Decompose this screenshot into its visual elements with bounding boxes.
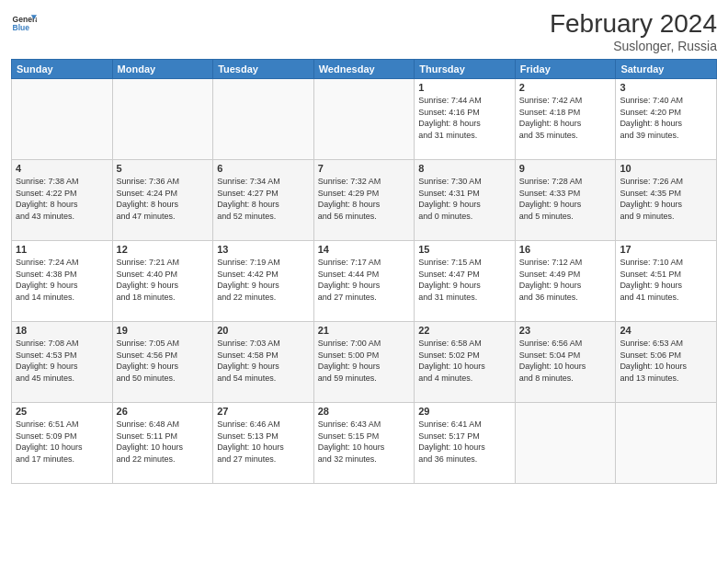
day-number: 17 bbox=[620, 244, 712, 255]
day-number: 10 bbox=[620, 163, 712, 174]
day-info: Sunrise: 7:10 AM Sunset: 4:51 PM Dayligh… bbox=[620, 257, 712, 303]
calendar-week-row: 4Sunrise: 7:38 AM Sunset: 4:22 PM Daylig… bbox=[12, 160, 717, 241]
day-number: 3 bbox=[620, 82, 712, 93]
calendar-cell bbox=[12, 79, 113, 160]
calendar-cell bbox=[112, 79, 213, 160]
day-info: Sunrise: 7:05 AM Sunset: 4:56 PM Dayligh… bbox=[117, 338, 210, 384]
calendar-cell: 17Sunrise: 7:10 AM Sunset: 4:51 PM Dayli… bbox=[616, 241, 717, 322]
calendar-cell: 20Sunrise: 7:03 AM Sunset: 4:58 PM Dayli… bbox=[213, 322, 314, 403]
day-number: 25 bbox=[16, 406, 108, 417]
day-info: Sunrise: 7:38 AM Sunset: 4:22 PM Dayligh… bbox=[16, 176, 108, 222]
day-info: Sunrise: 7:34 AM Sunset: 4:27 PM Dayligh… bbox=[217, 176, 310, 222]
day-info: Sunrise: 6:43 AM Sunset: 5:15 PM Dayligh… bbox=[318, 419, 411, 465]
calendar-cell: 22Sunrise: 6:58 AM Sunset: 5:02 PM Dayli… bbox=[415, 322, 516, 403]
calendar-cell: 6Sunrise: 7:34 AM Sunset: 4:27 PM Daylig… bbox=[213, 160, 314, 241]
day-info: Sunrise: 7:44 AM Sunset: 4:16 PM Dayligh… bbox=[418, 95, 511, 141]
calendar-cell: 25Sunrise: 6:51 AM Sunset: 5:09 PM Dayli… bbox=[12, 403, 113, 484]
day-number: 20 bbox=[217, 325, 310, 336]
calendar-week-row: 11Sunrise: 7:24 AM Sunset: 4:38 PM Dayli… bbox=[12, 241, 717, 322]
day-info: Sunrise: 6:51 AM Sunset: 5:09 PM Dayligh… bbox=[16, 419, 108, 465]
day-number: 6 bbox=[217, 163, 310, 174]
day-info: Sunrise: 7:03 AM Sunset: 4:58 PM Dayligh… bbox=[217, 338, 310, 384]
calendar-cell: 15Sunrise: 7:15 AM Sunset: 4:47 PM Dayli… bbox=[415, 241, 516, 322]
day-header-saturday: Saturday bbox=[616, 60, 717, 79]
day-info: Sunrise: 6:46 AM Sunset: 5:13 PM Dayligh… bbox=[217, 419, 310, 465]
title-block: February 2024 Suslonger, Russia bbox=[550, 9, 717, 53]
day-info: Sunrise: 7:00 AM Sunset: 5:00 PM Dayligh… bbox=[318, 338, 411, 384]
month-title: February 2024 bbox=[550, 9, 717, 39]
calendar-cell: 2Sunrise: 7:42 AM Sunset: 4:18 PM Daylig… bbox=[515, 79, 616, 160]
day-number: 19 bbox=[117, 325, 210, 336]
day-header-wednesday: Wednesday bbox=[313, 60, 415, 79]
day-info: Sunrise: 6:53 AM Sunset: 5:06 PM Dayligh… bbox=[620, 338, 712, 384]
calendar-cell: 5Sunrise: 7:36 AM Sunset: 4:24 PM Daylig… bbox=[112, 160, 213, 241]
day-info: Sunrise: 6:56 AM Sunset: 5:04 PM Dayligh… bbox=[519, 338, 612, 384]
calendar-week-row: 25Sunrise: 6:51 AM Sunset: 5:09 PM Dayli… bbox=[12, 403, 717, 484]
day-number: 24 bbox=[620, 325, 712, 336]
day-info: Sunrise: 6:58 AM Sunset: 5:02 PM Dayligh… bbox=[418, 338, 511, 384]
day-info: Sunrise: 6:41 AM Sunset: 5:17 PM Dayligh… bbox=[418, 419, 511, 465]
day-info: Sunrise: 7:21 AM Sunset: 4:40 PM Dayligh… bbox=[117, 257, 210, 303]
calendar-cell: 1Sunrise: 7:44 AM Sunset: 4:16 PM Daylig… bbox=[415, 79, 516, 160]
calendar-cell: 23Sunrise: 6:56 AM Sunset: 5:04 PM Dayli… bbox=[515, 322, 616, 403]
day-info: Sunrise: 7:15 AM Sunset: 4:47 PM Dayligh… bbox=[418, 257, 511, 303]
calendar-cell: 27Sunrise: 6:46 AM Sunset: 5:13 PM Dayli… bbox=[213, 403, 314, 484]
day-number: 9 bbox=[519, 163, 612, 174]
day-number: 5 bbox=[117, 163, 210, 174]
day-info: Sunrise: 7:40 AM Sunset: 4:20 PM Dayligh… bbox=[620, 95, 712, 141]
day-number: 23 bbox=[519, 325, 612, 336]
day-number: 2 bbox=[519, 82, 612, 93]
day-number: 29 bbox=[418, 406, 511, 417]
day-info: Sunrise: 7:30 AM Sunset: 4:31 PM Dayligh… bbox=[418, 176, 511, 222]
day-number: 27 bbox=[217, 406, 310, 417]
calendar-cell: 29Sunrise: 6:41 AM Sunset: 5:17 PM Dayli… bbox=[415, 403, 516, 484]
day-info: Sunrise: 7:36 AM Sunset: 4:24 PM Dayligh… bbox=[117, 176, 210, 222]
day-info: Sunrise: 7:28 AM Sunset: 4:33 PM Dayligh… bbox=[519, 176, 612, 222]
calendar-cell bbox=[616, 403, 717, 484]
calendar-cell: 24Sunrise: 6:53 AM Sunset: 5:06 PM Dayli… bbox=[616, 322, 717, 403]
calendar-cell: 13Sunrise: 7:19 AM Sunset: 4:42 PM Dayli… bbox=[213, 241, 314, 322]
svg-text:Blue: Blue bbox=[13, 23, 30, 32]
day-info: Sunrise: 7:26 AM Sunset: 4:35 PM Dayligh… bbox=[620, 176, 712, 222]
calendar-cell: 8Sunrise: 7:30 AM Sunset: 4:31 PM Daylig… bbox=[415, 160, 516, 241]
day-info: Sunrise: 7:24 AM Sunset: 4:38 PM Dayligh… bbox=[16, 257, 108, 303]
day-info: Sunrise: 6:48 AM Sunset: 5:11 PM Dayligh… bbox=[117, 419, 210, 465]
day-number: 14 bbox=[318, 244, 411, 255]
logo-icon: General Blue bbox=[11, 9, 37, 35]
day-number: 26 bbox=[117, 406, 210, 417]
day-info: Sunrise: 7:12 AM Sunset: 4:49 PM Dayligh… bbox=[519, 257, 612, 303]
calendar-cell: 16Sunrise: 7:12 AM Sunset: 4:49 PM Dayli… bbox=[515, 241, 616, 322]
calendar-cell: 19Sunrise: 7:05 AM Sunset: 4:56 PM Dayli… bbox=[112, 322, 213, 403]
day-info: Sunrise: 7:17 AM Sunset: 4:44 PM Dayligh… bbox=[318, 257, 411, 303]
day-number: 18 bbox=[16, 325, 108, 336]
logo: General Blue bbox=[11, 9, 37, 35]
day-number: 22 bbox=[418, 325, 511, 336]
day-number: 13 bbox=[217, 244, 310, 255]
calendar-cell: 7Sunrise: 7:32 AM Sunset: 4:29 PM Daylig… bbox=[313, 160, 415, 241]
day-header-tuesday: Tuesday bbox=[213, 60, 314, 79]
calendar-cell bbox=[313, 79, 415, 160]
calendar-header-row: SundayMondayTuesdayWednesdayThursdayFrid… bbox=[12, 60, 717, 79]
day-number: 1 bbox=[418, 82, 511, 93]
day-number: 8 bbox=[418, 163, 511, 174]
day-number: 12 bbox=[117, 244, 210, 255]
calendar-cell: 18Sunrise: 7:08 AM Sunset: 4:53 PM Dayli… bbox=[12, 322, 113, 403]
day-number: 15 bbox=[418, 244, 511, 255]
calendar-cell: 10Sunrise: 7:26 AM Sunset: 4:35 PM Dayli… bbox=[616, 160, 717, 241]
day-header-monday: Monday bbox=[112, 60, 213, 79]
day-info: Sunrise: 7:32 AM Sunset: 4:29 PM Dayligh… bbox=[318, 176, 411, 222]
calendar-week-row: 1Sunrise: 7:44 AM Sunset: 4:16 PM Daylig… bbox=[12, 79, 717, 160]
calendar-cell: 21Sunrise: 7:00 AM Sunset: 5:00 PM Dayli… bbox=[313, 322, 415, 403]
calendar-week-row: 18Sunrise: 7:08 AM Sunset: 4:53 PM Dayli… bbox=[12, 322, 717, 403]
calendar-cell: 12Sunrise: 7:21 AM Sunset: 4:40 PM Dayli… bbox=[112, 241, 213, 322]
day-number: 28 bbox=[318, 406, 411, 417]
day-info: Sunrise: 7:08 AM Sunset: 4:53 PM Dayligh… bbox=[16, 338, 108, 384]
day-header-thursday: Thursday bbox=[415, 60, 516, 79]
day-header-sunday: Sunday bbox=[12, 60, 113, 79]
page-header: General Blue February 2024 Suslonger, Ru… bbox=[11, 9, 717, 53]
calendar-cell: 26Sunrise: 6:48 AM Sunset: 5:11 PM Dayli… bbox=[112, 403, 213, 484]
location: Suslonger, Russia bbox=[550, 39, 717, 53]
day-number: 21 bbox=[318, 325, 411, 336]
calendar-cell: 3Sunrise: 7:40 AM Sunset: 4:20 PM Daylig… bbox=[616, 79, 717, 160]
day-number: 11 bbox=[16, 244, 108, 255]
